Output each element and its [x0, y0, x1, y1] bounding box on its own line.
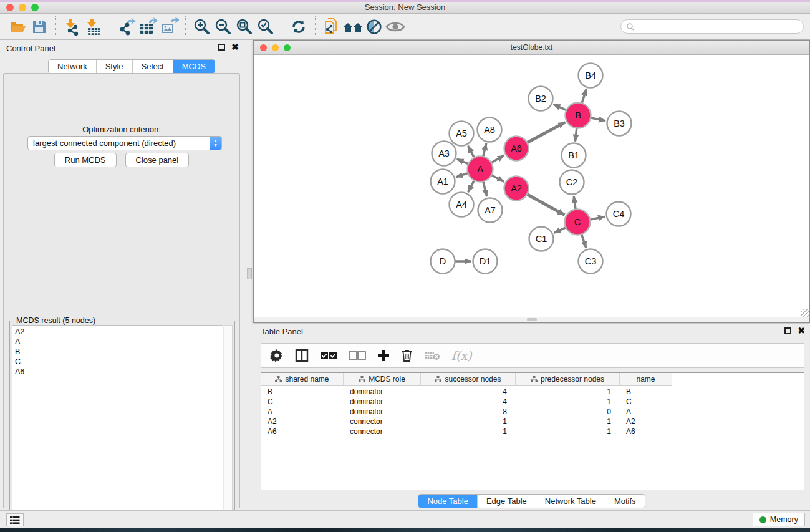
edge-A6-B[interactable] — [526, 122, 565, 143]
table-row[interactable]: Bdominator41B — [261, 387, 804, 397]
network-hscrollbar-thumb[interactable] — [527, 318, 537, 321]
edge-B-B1[interactable] — [575, 127, 577, 141]
tab-motifs[interactable]: Motifs — [605, 495, 645, 508]
graph-node-B3[interactable]: B3 — [607, 112, 632, 136]
column-header-successor-nodes[interactable]: successor nodes — [421, 373, 516, 385]
graph-node-C4[interactable]: C4 — [607, 202, 631, 226]
table-cell[interactable]: A — [261, 407, 344, 417]
column-header-MCDS-role[interactable]: MCDS role — [344, 373, 421, 385]
column-header-name[interactable]: name — [620, 373, 672, 385]
edge-A-A5[interactable] — [468, 146, 475, 159]
edge-B-B2[interactable] — [554, 104, 568, 110]
table-row[interactable]: Cdominator41C — [261, 397, 804, 407]
graph-node-A5[interactable]: A5 — [450, 122, 474, 146]
resize-grip-icon[interactable] — [801, 309, 809, 317]
graph-node-B4[interactable]: B4 — [579, 64, 603, 88]
table-row[interactable]: A6connector11A6 — [261, 427, 804, 437]
edge-A-A8[interactable] — [483, 143, 486, 158]
table-cell[interactable]: A6 — [620, 427, 672, 437]
table-row[interactable]: Adominator80A — [261, 407, 804, 417]
graph-node-A[interactable]: A — [468, 157, 493, 182]
tab-network-table[interactable]: Network Table — [536, 495, 605, 508]
graph-node-B[interactable]: B — [566, 103, 591, 128]
memory-button[interactable]: Memory — [753, 513, 805, 526]
edge-A-A7[interactable] — [483, 180, 486, 196]
close-table-panel-icon[interactable]: ✖ — [798, 327, 805, 334]
export-table-icon[interactable] — [137, 16, 158, 37]
search-field[interactable] — [620, 19, 804, 34]
result-item[interactable]: A — [15, 337, 220, 347]
import-network-icon[interactable] — [62, 16, 83, 37]
column-header-shared-name[interactable]: shared name — [261, 373, 344, 385]
export-network-icon[interactable] — [116, 16, 137, 37]
graph-node-A6[interactable]: A6 — [504, 137, 529, 161]
tab-mcds[interactable]: MCDS — [173, 60, 215, 73]
edge-C-C4[interactable] — [589, 216, 605, 220]
edge-C-C2[interactable] — [574, 196, 576, 210]
table-cell[interactable]: B — [620, 387, 672, 397]
refresh-icon[interactable] — [288, 16, 309, 37]
float-table-panel-icon[interactable] — [784, 327, 791, 334]
tab-select[interactable]: Select — [133, 60, 173, 73]
zoom-in-icon[interactable] — [191, 16, 213, 37]
node-table[interactable]: shared nameMCDS rolesuccessor nodesprede… — [261, 372, 804, 490]
edge-C-C1[interactable] — [554, 227, 567, 233]
table-cell[interactable]: 1 — [516, 397, 620, 407]
edge-C-C3[interactable] — [581, 233, 586, 248]
result-item[interactable]: A2 — [15, 327, 220, 337]
graph-node-C3[interactable]: C3 — [579, 249, 603, 274]
edge-A-A1[interactable] — [456, 173, 469, 177]
zoom-out-icon[interactable] — [213, 16, 234, 37]
edge-A-A3[interactable] — [457, 159, 470, 165]
network-hscrollbar[interactable] — [254, 317, 809, 322]
tab-node-table[interactable]: Node Table — [418, 495, 478, 508]
table-cell[interactable]: 1 — [516, 387, 620, 397]
column-header-predecessor-nodes[interactable]: predecessor nodes — [516, 373, 620, 385]
result-list-scrollbar[interactable] — [224, 325, 233, 529]
settings-gear-icon[interactable] — [270, 349, 284, 362]
table-cell[interactable]: A — [620, 407, 672, 417]
table-cell[interactable]: 1 — [421, 427, 516, 437]
tab-edge-table[interactable]: Edge Table — [478, 495, 536, 508]
graph-node-A2[interactable]: A2 — [504, 177, 529, 201]
graph-node-B1[interactable]: B1 — [562, 143, 586, 168]
mcds-result-list[interactable]: A2ABCA6 — [12, 325, 223, 529]
table-cell[interactable]: 1 — [516, 427, 620, 437]
save-icon[interactable] — [29, 16, 50, 37]
table-cell[interactable]: A6 — [261, 427, 344, 437]
search-input[interactable] — [635, 22, 803, 31]
deselect-all-icon[interactable] — [349, 351, 366, 360]
edge-A-A4[interactable] — [468, 179, 475, 192]
hide-graphics-details-icon[interactable] — [364, 16, 385, 37]
table-cell[interactable]: dominator — [344, 387, 421, 397]
vertical-scrollbar-thumb[interactable] — [247, 268, 252, 279]
network-canvas[interactable]: AA1A3A5A8A4A7A6A2BB2B4B3B1CC2C4C1C3DD1 — [254, 56, 809, 318]
table-cell[interactable]: A2 — [261, 417, 344, 427]
edge-A-A2[interactable] — [490, 175, 504, 182]
table-cell[interactable]: 4 — [421, 387, 516, 397]
graph-node-B2[interactable]: B2 — [529, 87, 553, 111]
network-window-titlebar[interactable]: testGlobe.txt — [254, 41, 809, 55]
graph-node-C1[interactable]: C1 — [529, 227, 554, 251]
graph-node-D1[interactable]: D1 — [473, 249, 498, 274]
edge-A-A6[interactable] — [490, 155, 504, 163]
task-history-button[interactable] — [6, 513, 24, 526]
graph-node-A4[interactable]: A4 — [450, 193, 474, 217]
table-cell[interactable]: connector — [344, 427, 421, 437]
graph-node-C[interactable]: C — [565, 210, 591, 235]
table-cell[interactable]: B — [261, 387, 344, 397]
delete-column-icon[interactable] — [401, 349, 413, 362]
criterion-select[interactable]: largest connected component (directed) ▲… — [27, 136, 222, 150]
tab-style[interactable]: Style — [97, 60, 133, 73]
table-cell[interactable]: 8 — [421, 407, 516, 417]
result-item[interactable]: C — [15, 357, 220, 367]
export-image-icon[interactable] — [158, 16, 180, 37]
columns-icon[interactable] — [295, 349, 309, 362]
graph-node-A1[interactable]: A1 — [431, 170, 455, 194]
table-cell[interactable]: 0 — [516, 407, 620, 417]
open-folder-icon[interactable] — [7, 16, 29, 37]
add-column-icon[interactable] — [377, 349, 390, 362]
eye-icon[interactable] — [385, 16, 406, 37]
graph-node-C2[interactable]: C2 — [560, 170, 584, 195]
result-item[interactable]: A6 — [15, 367, 220, 377]
